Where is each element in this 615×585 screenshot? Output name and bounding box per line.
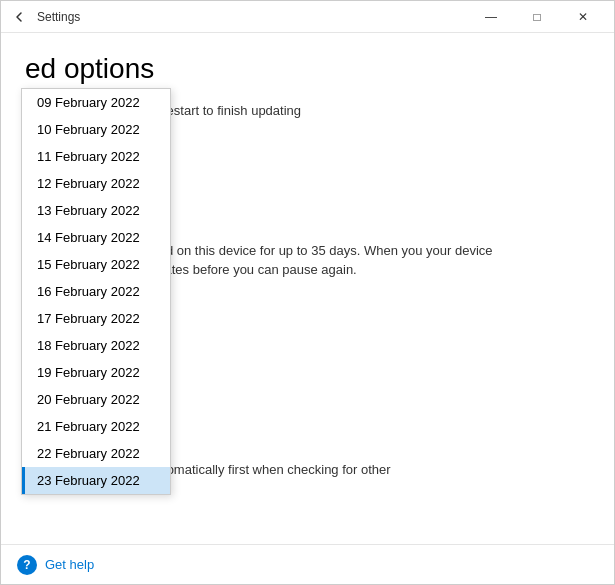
list-item[interactable]: 19 February 2022 <box>22 359 170 386</box>
content-area: ed options hen your PC requires a restar… <box>1 33 614 544</box>
list-item[interactable]: 11 February 2022 <box>22 143 170 170</box>
list-item[interactable]: 14 February 2022 <box>22 224 170 251</box>
title-bar-left: Settings <box>9 7 468 27</box>
minimize-button[interactable]: — <box>468 1 514 33</box>
window-title: Settings <box>37 10 80 24</box>
list-item[interactable]: 18 February 2022 <box>22 332 170 359</box>
title-bar: Settings — □ ✕ <box>1 1 614 33</box>
back-button[interactable] <box>9 7 29 27</box>
help-icon: ? <box>17 555 37 575</box>
get-help-link[interactable]: Get help <box>45 557 94 572</box>
list-item[interactable]: 16 February 2022 <box>22 278 170 305</box>
list-item[interactable]: 15 February 2022 <box>22 251 170 278</box>
list-item[interactable]: 09 February 2022 <box>22 89 170 116</box>
close-button[interactable]: ✕ <box>560 1 606 33</box>
list-item[interactable]: 22 February 2022 <box>22 440 170 467</box>
footer: ? Get help <box>1 544 614 584</box>
settings-window: Settings — □ ✕ ed options hen your PC re… <box>0 0 615 585</box>
back-icon <box>13 11 25 23</box>
list-item[interactable]: 23 February 2022 <box>22 467 170 494</box>
list-item[interactable]: 20 February 2022 <box>22 386 170 413</box>
list-item[interactable]: 12 February 2022 <box>22 170 170 197</box>
window-controls: — □ ✕ <box>468 1 606 33</box>
maximize-button[interactable]: □ <box>514 1 560 33</box>
list-item[interactable]: 17 February 2022 <box>22 305 170 332</box>
date-dropdown[interactable]: 09 February 202210 February 202211 Febru… <box>21 88 171 495</box>
page-title: ed options <box>25 53 590 85</box>
list-item[interactable]: 13 February 2022 <box>22 197 170 224</box>
list-item[interactable]: 21 February 2022 <box>22 413 170 440</box>
list-item[interactable]: 10 February 2022 <box>22 116 170 143</box>
